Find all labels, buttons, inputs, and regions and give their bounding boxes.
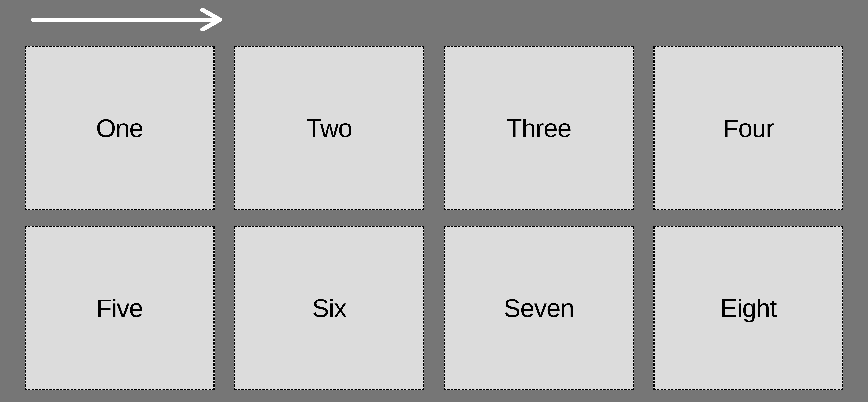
grid-cell: Five [25, 226, 215, 391]
grid-cell: One [25, 46, 215, 210]
grid-cell: Seven [444, 226, 634, 391]
cell-label: Six [312, 293, 346, 323]
grid-cell: Six [234, 226, 424, 391]
direction-arrow-icon [31, 8, 228, 31]
grid-cell: Three [444, 46, 634, 210]
cell-label: Three [506, 113, 571, 143]
grid-cell: Eight [653, 226, 843, 391]
cell-label: Seven [503, 293, 574, 323]
cell-label: Eight [720, 293, 776, 323]
cell-label: Four [723, 113, 774, 143]
grid-cell: Four [653, 46, 843, 210]
cell-label: One [96, 113, 143, 143]
grid-cell: Two [234, 46, 424, 210]
grid-layout: One Two Three Four Five Six Seven Eight [25, 46, 843, 390]
cell-label: Two [306, 113, 352, 143]
cell-label: Five [96, 293, 143, 323]
